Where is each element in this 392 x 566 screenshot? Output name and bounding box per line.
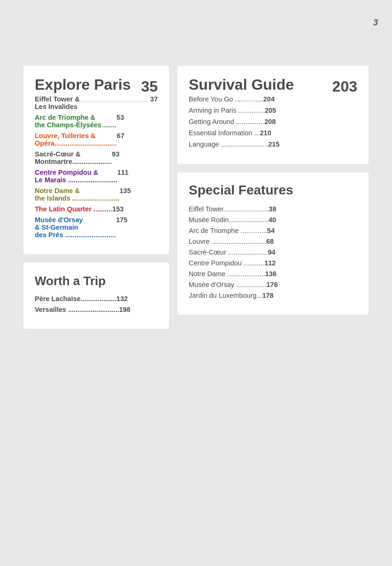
list-item: Arc de Triomphe &the Champs-Élysées ....… — [35, 114, 158, 129]
list-item: Before You Go ............... 204 — [189, 95, 357, 103]
worth-a-trip-card: Worth a Trip Père Lachaise..............… — [23, 263, 169, 329]
list-item: Arc de Triomphe .............. 54 — [189, 227, 357, 234]
list-item: Notre Dame &the Islands ................… — [35, 187, 158, 202]
list-item: Arriving in Paris .............. 205 — [189, 107, 357, 114]
list-item: Eiffel Tower........................ 38 — [189, 205, 357, 213]
right-column: Survival Guide 203 Before You Go .......… — [177, 66, 369, 329]
survival-number: 203 — [332, 78, 357, 95]
explore-paris-card: Explore Paris 35 Eiffel Tower &Les Inval… — [23, 66, 169, 254]
list-item: Musée Rodin..................... 40 — [189, 216, 357, 224]
list-item: Sacré-Cœur ..................... 94 — [189, 248, 357, 256]
list-item: Père Lachaise................... 132 — [35, 295, 158, 302]
list-item: Notre Dame .................... 136 — [189, 270, 357, 278]
list-item: Getting Around ............... 208 — [189, 118, 357, 125]
list-item: Essential Information ... 210 — [189, 129, 357, 137]
list-item: Musée d'Orsay ................ 176 — [189, 281, 357, 288]
list-item: Centre Pompidou &Le Marais .............… — [35, 169, 158, 184]
list-item: Eiffel Tower &Les Invalides 37 — [35, 95, 158, 110]
explore-number: 35 — [141, 78, 158, 95]
list-item: Language ......................... 215 — [189, 140, 357, 148]
list-item: Centre Pompidou ........... 112 — [189, 259, 357, 267]
list-item: Musée d'Orsay& St-Germaindes Prés ......… — [35, 216, 158, 239]
list-item: Louvre ............................. 68 — [189, 238, 357, 245]
explore-header: Explore Paris 35 — [35, 76, 158, 95]
left-column: Explore Paris 35 Eiffel Tower &Les Inval… — [23, 66, 169, 329]
survival-header: Survival Guide 203 — [189, 76, 357, 95]
page-number: 3 — [373, 18, 378, 28]
special-title: Special Features — [189, 183, 357, 198]
survival-guide-card: Survival Guide 203 Before You Go .......… — [177, 66, 369, 164]
special-features-card: Special Features Eiffel Tower...........… — [177, 172, 369, 315]
list-item: Sacré-Cœur &Montmartre..................… — [35, 150, 158, 165]
survival-title: Survival Guide — [189, 76, 294, 93]
list-item: Jardin du Luxembourg... 178 — [189, 292, 357, 299]
list-item: Louvre, Tuileries &Opéra................… — [35, 132, 158, 147]
list-item: Versailles ........................... 1… — [35, 306, 158, 313]
list-item: The Latin Quarter .......... 153 — [35, 205, 158, 213]
main-layout: Explore Paris 35 Eiffel Tower &Les Inval… — [0, 0, 392, 348]
worth-title: Worth a Trip — [35, 274, 158, 288]
explore-title: Explore Paris — [35, 76, 131, 93]
